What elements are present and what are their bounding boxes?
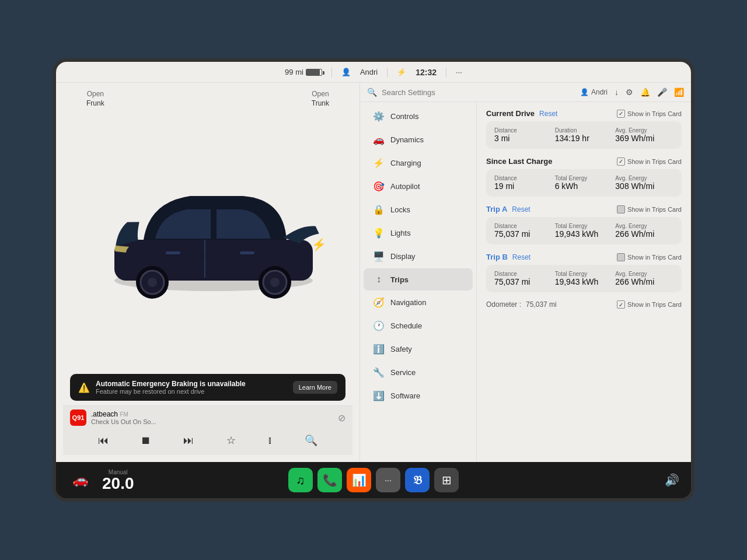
car-home-button[interactable]: 🚗 [68, 468, 93, 492]
signal-icon: 📶 [674, 88, 684, 97]
slc-show[interactable]: ✓ Show in Trips Card [617, 158, 682, 166]
trip-a-title: Trip A [486, 205, 507, 214]
media-track: Check Us Out On So... [91, 418, 156, 425]
current-drive-title: Current Drive [486, 109, 535, 118]
menu-item-dynamics[interactable]: 🚗 Dynamics [364, 128, 473, 151]
bell-icon[interactable]: 🔔 [640, 88, 650, 97]
taskbar-center: ♫ 📞 📊 ··· 𝔅 ⊞ [288, 468, 459, 492]
more-apps[interactable]: ··· [376, 468, 400, 492]
service-label: Service [390, 368, 416, 377]
current-drive-reset[interactable]: Reset [539, 110, 557, 118]
divider2 [387, 68, 388, 77]
next-button[interactable]: ⏭ [181, 432, 196, 449]
menu-item-software[interactable]: ⬇️ Software [364, 384, 473, 407]
status-bar: 99 mi 👤 Andri ⚡ 12:32 ··· [56, 62, 691, 83]
odometer-show[interactable]: ✓ Show in Trips Card [617, 300, 682, 309]
autopilot-label: Autopilot [390, 182, 420, 191]
menu-item-trips[interactable]: ↕ Trips [364, 268, 473, 290]
menu-item-safety[interactable]: ℹ️ Safety [364, 338, 473, 360]
bluetooth-app[interactable]: 𝔅 [405, 468, 430, 492]
equalizer-button[interactable]: ⫿ [266, 433, 275, 448]
grid-menu-app[interactable]: ⊞ [434, 468, 459, 492]
trip-a-section: Trip A Reset Show in Trips Card Distance… [486, 205, 682, 244]
taskbar-left: 🚗 Manual 20.0 [68, 468, 288, 492]
slc-total-energy-value: 6 kWh [555, 181, 613, 191]
stop-button[interactable]: ⏹ [138, 432, 153, 449]
trip-b-checkbox[interactable] [617, 253, 625, 261]
trip-b-header: Trip B Reset Show in Trips Card [486, 253, 682, 261]
car-image: ⚡ [97, 158, 330, 310]
current-drive-section: Current Drive Reset ✓ Show in Trips Card… [486, 109, 682, 149]
trip-b-show[interactable]: Show in Trips Card [617, 253, 682, 261]
phone-app[interactable]: 📞 [317, 468, 342, 492]
odometer-line: Odometer : 75,037 mi ✓ Show in Trips Car… [486, 300, 682, 309]
trip-a-checkbox[interactable] [617, 205, 625, 214]
menu-item-autopilot[interactable]: 🎯 Autopilot [364, 175, 473, 198]
alert-subtitle: Feature may be restored on next drive [96, 388, 287, 395]
car-visualization: ⚡ [63, 110, 352, 369]
menu-item-lights[interactable]: 💡 Lights [364, 222, 473, 244]
slc-checkbox[interactable]: ✓ [617, 158, 625, 166]
volume-button[interactable]: 🔊 [665, 473, 679, 487]
cd-distance-value: 3 mi [494, 134, 553, 143]
show-trips-label2: Show in Trips Card [627, 158, 682, 165]
audio-app[interactable]: 📊 [347, 468, 371, 492]
alert-banner: ⚠️ Automatic Emergency Braking is unavai… [70, 374, 345, 401]
search-input[interactable] [382, 88, 575, 97]
prev-button[interactable]: ⏮ [96, 432, 111, 449]
frunk-text: Frunk [86, 99, 104, 108]
trips-label: Trips [390, 275, 409, 284]
ta-distance: Distance 75,037 mi [494, 223, 553, 239]
menu-item-navigation[interactable]: 🧭 Navigation [364, 291, 473, 314]
software-label: Software [390, 391, 420, 400]
settings-menu: ⚙️ Controls 🚗 Dynamics ⚡ Charging 🎯 Auto… [360, 102, 477, 462]
menu-item-display[interactable]: 🖥️ Display [364, 245, 473, 268]
schedule-icon: 🕐 [373, 320, 385, 331]
current-drive-show[interactable]: ✓ Show in Trips Card [617, 110, 682, 118]
navigation-label: Navigation [390, 298, 426, 307]
search-media-button[interactable]: 🔍 [302, 432, 320, 449]
taskbar: 🚗 Manual 20.0 ♫ 📞 📊 ··· 𝔅 ⊞ 🔊 [56, 462, 691, 498]
battery-text: 99 mi [285, 68, 303, 76]
since-last-charge-section: Since Last Charge ✓ Show in Trips Card D… [486, 157, 682, 197]
trip-b-reset[interactable]: Reset [512, 253, 530, 261]
right-panel: 🔍 👤 Andri ↓ ⚙ 🔔 🎤 📶 [359, 83, 691, 462]
ta-distance-value: 75,037 mi [494, 229, 553, 239]
menu-item-charging[interactable]: ⚡ Charging [364, 152, 473, 174]
settings-icon[interactable]: ⚙ [626, 88, 633, 97]
slc-total-energy-label: Total Energy [555, 175, 613, 181]
navigation-icon: 🧭 [373, 297, 385, 308]
trip-a-reset[interactable]: Reset [512, 205, 530, 214]
show-trips-label3: Show in Trips Card [627, 206, 682, 213]
show-trips-label4: Show in Trips Card [627, 254, 682, 261]
menu-item-locks[interactable]: 🔒 Locks [364, 198, 473, 221]
menu-item-schedule[interactable]: 🕐 Schedule [364, 314, 473, 337]
dynamics-label: Dynamics [390, 135, 424, 144]
spotify-app[interactable]: ♫ [288, 468, 313, 492]
learn-more-button[interactable]: Learn More [293, 381, 337, 394]
trip-a-show[interactable]: Show in Trips Card [617, 205, 682, 214]
trunk-label: Open Trunk [312, 90, 329, 108]
current-drive-checkbox[interactable]: ✓ [617, 110, 625, 118]
controls-label: Controls [390, 112, 418, 121]
favorite-button[interactable]: ☆ [224, 432, 238, 449]
battery-info: 99 mi [285, 68, 322, 76]
mic-icon[interactable]: 🎤 [657, 88, 667, 97]
speed-display: Manual 20.0 [95, 469, 141, 492]
svg-rect-11 [166, 251, 180, 254]
tb-distance-label: Distance [494, 271, 553, 277]
tb-distance-value: 75,037 mi [494, 277, 553, 286]
menu-item-controls[interactable]: ⚙️ Controls [364, 105, 473, 128]
slc-header: Since Last Charge ✓ Show in Trips Card [486, 157, 682, 166]
tb-energy-total: Total Energy 19,943 kWh [555, 271, 613, 286]
tb-avg-energy: Avg. Energy 266 Wh/mi [615, 271, 673, 286]
slc-distance-value: 19 mi [494, 181, 553, 191]
lightning-icon: ⚡ [397, 68, 406, 76]
trip-b-title: Trip B [486, 253, 508, 261]
odometer-checkbox[interactable]: ✓ [617, 300, 625, 309]
download-icon[interactable]: ↓ [615, 88, 619, 97]
menu-item-service[interactable]: 🔧 Service [364, 361, 473, 384]
taskbar-right: 🔊 [459, 473, 679, 487]
tb-avg-energy-label: Avg. Energy [615, 271, 673, 277]
media-skip-icon: ⊘ [338, 412, 345, 424]
